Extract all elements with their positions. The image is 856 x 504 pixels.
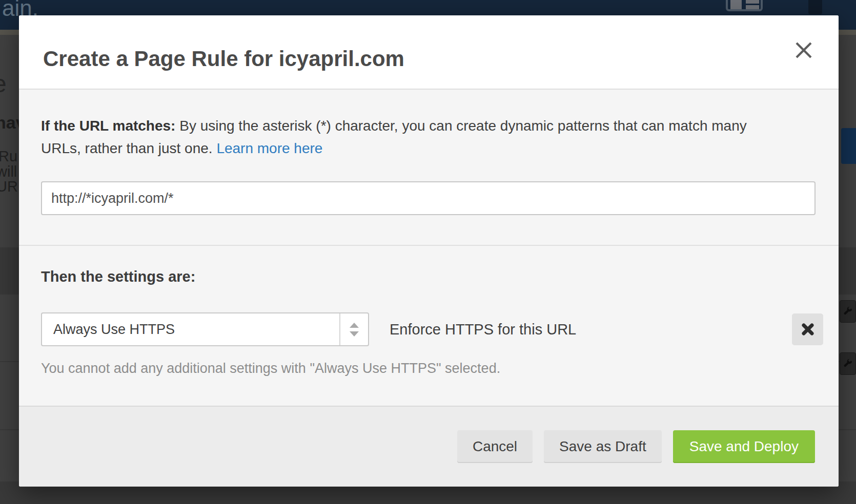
save-as-draft-button[interactable]: Save as Draft xyxy=(544,430,662,463)
section-divider xyxy=(19,245,839,246)
cancel-button[interactable]: Cancel xyxy=(457,430,533,463)
settings-heading: Then the settings are: xyxy=(41,269,195,284)
remove-x-icon xyxy=(801,323,814,336)
setting-select[interactable]: Always Use HTTPS xyxy=(41,312,369,346)
background-text-fragment: e xyxy=(0,72,7,96)
chevron-down-icon xyxy=(350,331,359,337)
wrench-icon xyxy=(840,300,856,323)
remove-setting-button[interactable] xyxy=(792,313,823,345)
close-icon xyxy=(794,41,813,59)
url-pattern-input[interactable] xyxy=(41,181,816,215)
url-match-description: If the URL matches: By using the asteris… xyxy=(41,115,759,160)
close-button[interactable] xyxy=(792,39,815,61)
header-dark-icon xyxy=(808,0,822,14)
chevron-up-icon xyxy=(350,323,359,328)
save-and-deploy-button[interactable]: Save and Deploy xyxy=(673,430,815,463)
learn-more-link[interactable]: Learn more here xyxy=(216,140,322,156)
setting-note: You cannot add any additional settings w… xyxy=(41,361,500,376)
background-blue-button-edge xyxy=(841,128,856,164)
layout-list-icon xyxy=(726,0,763,11)
url-match-lead: If the URL matches: xyxy=(41,118,175,134)
create-page-rule-modal: Create a Page Rule for icyapril.com If t… xyxy=(19,15,839,487)
setting-select-value: Always Use HTTPS xyxy=(53,322,175,338)
background-text-fragment: Ru xyxy=(0,149,17,164)
setting-description: Enforce HTTPS for this URL xyxy=(390,312,576,346)
wrench-icon xyxy=(840,352,856,375)
page-title: Create a Page Rule for icyapril.com xyxy=(43,48,404,70)
background-text-fragment: will xyxy=(0,164,17,179)
select-stepper-icon xyxy=(339,313,368,345)
background-text-fragment: UR xyxy=(0,179,18,194)
modal-footer: Cancel Save as Draft Save and Deploy xyxy=(19,406,839,487)
modal-header: Create a Page Rule for icyapril.com xyxy=(19,15,839,90)
